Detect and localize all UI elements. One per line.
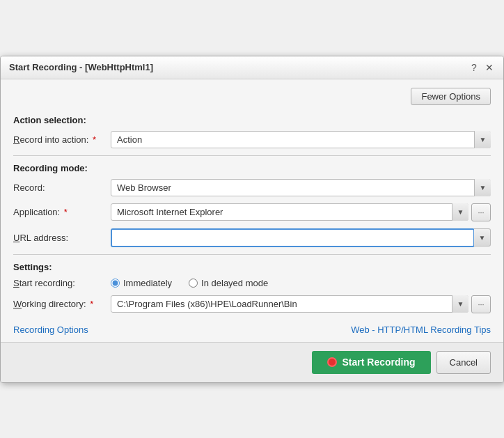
top-row: Fewer Options <box>13 88 491 105</box>
start-recording-button[interactable]: Start Recording <box>312 351 431 374</box>
url-input[interactable] <box>111 228 475 247</box>
application-select[interactable]: Microsoft Internet ExplorerGoogle Chrome… <box>111 203 468 221</box>
recording-options-link[interactable]: Recording Options <box>13 324 88 335</box>
url-arrow: ▼ <box>474 228 491 247</box>
action-selection-section: Action selection: Record into action: * … <box>13 115 491 148</box>
divider-2 <box>13 254 491 255</box>
record-row: Record: Web BrowserMobile Application ▼ <box>13 179 491 196</box>
dialog-title: Start Recording - [WebHttpHtml1] <box>9 62 153 72</box>
settings-section: Settings: Start recording: Immediately I… <box>13 262 491 313</box>
start-recording-row: Start recording: Immediately In delayed … <box>13 278 491 288</box>
immediately-label: Immediately <box>123 278 172 288</box>
dialog-body: Fewer Options Action selection: Record i… <box>1 79 503 342</box>
working-directory-browse-button[interactable]: ··· <box>471 295 491 313</box>
record-select[interactable]: Web BrowserMobile Application <box>111 179 491 196</box>
start-recording-dialog: Start Recording - [WebHttpHtml1] ? ✕ Few… <box>0 56 504 383</box>
working-directory-select[interactable]: C:\Program Files (x86)\HPE\LoadRunner\Bi… <box>111 295 468 313</box>
recording-tips-link[interactable]: Web - HTTP/HTML Recording Tips <box>351 324 491 335</box>
application-field-label: Application: * <box>13 207 111 217</box>
wd-required-star: * <box>90 299 93 309</box>
divider-1 <box>13 155 491 156</box>
record-into-action-select[interactable]: Action <box>111 131 491 148</box>
url-field-label: URL address: <box>13 233 111 243</box>
app-required-star: * <box>64 207 68 217</box>
close-icon-button[interactable]: ✕ <box>484 62 495 73</box>
title-icons: ? ✕ <box>468 62 495 73</box>
record-field-label: Record: <box>13 182 111 193</box>
underline-r: R <box>13 134 19 145</box>
underline-s: S <box>13 278 19 288</box>
fewer-options-button[interactable]: Fewer Options <box>411 88 491 105</box>
record-dot-icon <box>327 357 337 367</box>
required-star: * <box>93 134 96 145</box>
recording-mode-label: Recording mode: <box>13 163 491 173</box>
help-icon-button[interactable]: ? <box>468 62 480 73</box>
cancel-button[interactable]: Cancel <box>436 351 491 374</box>
underline-w: W <box>13 299 22 309</box>
delayed-label: In delayed mode <box>201 278 268 288</box>
links-row: Recording Options Web - HTTP/HTML Record… <box>13 320 491 342</box>
recording-mode-section: Recording mode: Record: Web BrowserMobil… <box>13 163 491 247</box>
immediately-radio[interactable] <box>111 279 120 288</box>
dialog-footer: Start Recording Cancel <box>1 342 503 382</box>
application-select-wrapper: Microsoft Internet ExplorerGoogle Chrome… <box>111 203 468 221</box>
record-into-action-row: Record into action: * Action ▼ <box>13 131 491 148</box>
settings-label: Settings: <box>13 262 491 272</box>
underline-u: U <box>13 233 19 243</box>
title-bar: Start Recording - [WebHttpHtml1] ? ✕ <box>1 56 503 79</box>
record-into-action-wrapper: Action ▼ <box>111 131 491 148</box>
start-recording-radio-group: Immediately In delayed mode <box>111 278 268 288</box>
action-selection-label: Action selection: <box>13 115 491 125</box>
immediately-radio-item[interactable]: Immediately <box>111 278 172 288</box>
working-directory-label: Working directory: * <box>13 299 111 309</box>
application-browse-button[interactable]: ··· <box>471 203 491 221</box>
record-into-action-label: Record into action: * <box>13 134 111 145</box>
delayed-radio-item[interactable]: In delayed mode <box>189 278 268 288</box>
url-row: URL address: ▼ <box>13 228 491 247</box>
start-recording-field-label: Start recording: <box>13 278 111 288</box>
working-directory-row: Working directory: * C:\Program Files (x… <box>13 295 491 313</box>
start-recording-label: Start Recording <box>342 357 416 368</box>
application-row: Application: * Microsoft Internet Explor… <box>13 203 491 221</box>
url-wrapper <box>111 228 475 247</box>
delayed-radio[interactable] <box>189 279 198 288</box>
record-select-wrapper: Web BrowserMobile Application ▼ <box>111 179 491 196</box>
working-directory-wrapper: C:\Program Files (x86)\HPE\LoadRunner\Bi… <box>111 295 468 313</box>
record-label-text: Record into action: <box>13 134 88 145</box>
